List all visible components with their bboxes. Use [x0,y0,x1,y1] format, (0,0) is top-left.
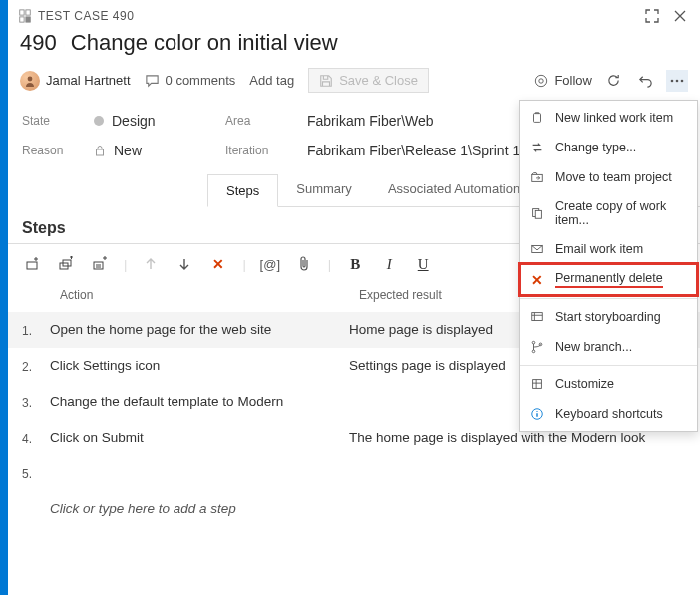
lock-icon [94,145,106,156]
revert-button[interactable] [634,70,656,92]
shared-step-icon [58,256,74,272]
more-actions-button[interactable] [666,70,688,92]
branch-icon [529,339,545,355]
add-tag-label: Add tag [249,73,294,88]
underline-button[interactable]: U [413,254,433,274]
italic-icon: I [387,256,392,273]
svg-point-4 [28,76,33,81]
tab-steps[interactable]: Steps [207,174,278,207]
menu-move-to-team-project[interactable]: Move to team project [520,162,697,192]
reason-field[interactable]: New [94,143,213,158]
follow-button[interactable]: Follow [534,73,592,88]
arrow-up-icon [144,257,158,271]
step-row[interactable]: 5. [8,455,700,491]
col-action-header: Action [60,288,359,302]
refresh-button[interactable] [602,70,624,92]
close-button[interactable] [670,6,690,26]
comment-icon [145,73,160,88]
insert-shared-step-button[interactable] [56,254,76,274]
params-icon [92,256,108,272]
menu-new-branch[interactable]: New branch... [520,332,697,362]
step-action[interactable]: Click on Submit [50,430,349,445]
link-icon [529,110,545,126]
menu-separator [520,365,697,366]
save-label: Save & Close [339,73,418,88]
placeholder-text: Click or type here to add a step [50,501,349,516]
menu-customize[interactable]: Customize [520,369,697,399]
menu-create-copy[interactable]: Create copy of work item... [520,192,697,234]
step-action[interactable]: Click Settings icon [50,358,349,373]
change-type-icon [529,140,545,155]
menu-keyboard-shortcuts[interactable]: Keyboard shortcuts [520,399,697,429]
work-item-type-header: TEST CASE 490 [18,9,134,23]
delete-step-button[interactable]: ✕ [208,254,228,274]
svg-rect-0 [20,10,24,15]
follow-icon [534,74,548,88]
move-icon [529,169,545,185]
italic-button[interactable]: I [379,254,399,274]
svg-rect-1 [26,10,30,15]
close-icon [673,9,687,23]
save-close-button[interactable]: Save & Close [308,68,429,93]
fullscreen-button[interactable] [642,6,662,26]
follow-label: Follow [554,73,592,88]
at-icon: [@] [260,257,280,272]
refresh-icon [606,73,621,88]
step-action[interactable]: Change the default template to Modern [50,394,349,409]
iteration-value: Fabrikam Fiber\Release 1\Sprint 1 [307,143,520,158]
svg-point-8 [676,79,679,82]
underline-icon: U [418,256,429,273]
state-value: Design [112,113,156,129]
tab-summary[interactable]: Summary [278,173,370,206]
type-label: TEST CASE 490 [38,9,134,23]
assignee-name: Jamal Hartnett [46,73,131,88]
svg-point-22 [532,350,535,353]
add-tag-button[interactable]: Add tag [249,73,294,88]
bold-button[interactable]: B [345,254,365,274]
menu-start-storyboarding[interactable]: Start storyboarding [520,302,697,332]
ellipsis-icon [669,73,685,89]
svg-rect-10 [97,149,104,155]
insert-step-button[interactable] [22,254,42,274]
menu-change-type[interactable]: Change type... [520,133,697,162]
paperclip-icon [297,256,311,272]
area-value: Fabrikam Fiber\Web [307,113,434,129]
at-mention-button[interactable]: [@] [260,254,280,274]
step-action[interactable]: Open the home page for the web site [50,322,349,337]
work-item-title: Change color on initial view [71,30,338,55]
svg-rect-3 [26,17,30,22]
menu-permanently-delete[interactable]: ✕ Permanently delete [520,264,697,295]
menu-separator [520,298,697,299]
area-label: Area [225,114,295,128]
state-label: State [22,114,82,128]
svg-rect-2 [20,17,24,22]
tab-associated-automation[interactable]: Associated Automation [370,173,537,206]
comments-button[interactable]: 0 comments [145,73,236,88]
reason-value: New [114,143,142,158]
fullscreen-icon [645,9,659,23]
state-field[interactable]: Design [94,113,213,129]
copy-icon [529,205,545,221]
svg-rect-11 [27,262,37,269]
svg-rect-20 [532,313,543,321]
save-icon [319,74,333,88]
svg-point-21 [532,341,535,344]
step-number: 2. [22,358,50,374]
avatar [20,71,40,91]
undo-icon [638,73,653,88]
menu-email-work-item[interactable]: Email work item [520,234,697,264]
svg-point-9 [681,79,684,82]
assignee[interactable]: Jamal Hartnett [20,71,131,91]
attach-button[interactable] [294,254,314,274]
arrow-down-icon [177,257,191,271]
menu-new-linked-work-item[interactable]: New linked work item [520,103,697,133]
svg-rect-15 [534,114,541,123]
step-expected[interactable]: The home page is displayed with the Mode… [349,430,686,445]
svg-rect-18 [535,210,541,218]
svg-point-7 [671,79,674,82]
move-down-button[interactable] [175,254,194,274]
insert-params-button[interactable] [90,254,110,274]
title-row[interactable]: 490 Change color on initial view [8,26,700,64]
svg-rect-24 [533,380,542,389]
add-step-placeholder[interactable]: Click or type here to add a step [8,491,700,526]
